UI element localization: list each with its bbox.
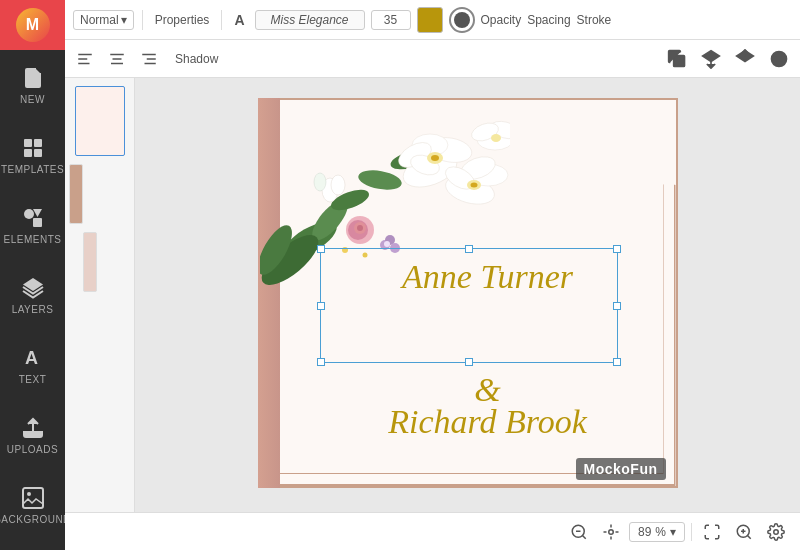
sidebar-item-uploads[interactable]: UPLOADS [0, 400, 65, 470]
align-right-button[interactable] [137, 47, 161, 71]
thumbnail-2[interactable] [69, 164, 83, 224]
font-icon-btn[interactable]: A [230, 10, 248, 30]
svg-point-55 [357, 225, 363, 231]
card-name1: Anne Turner [320, 255, 656, 297]
sidebar-item-background[interactable]: BACKGROUND [0, 470, 65, 540]
zoom-out-button[interactable] [565, 518, 593, 546]
left-panel [65, 78, 135, 512]
settings-button[interactable] [762, 518, 790, 546]
svg-point-47 [470, 183, 477, 188]
position-button[interactable] [597, 518, 625, 546]
svg-rect-0 [24, 139, 32, 147]
sidebar-item-new-label: NEW [20, 94, 45, 105]
svg-point-70 [609, 529, 614, 534]
stroke-circle-btn[interactable] [449, 7, 475, 33]
logo-icon: M [16, 8, 50, 42]
sidebar-item-templates[interactable]: TEMPLATES [0, 120, 65, 190]
background-icon [21, 486, 45, 510]
layer-up-icon [735, 49, 755, 69]
svg-marker-23 [703, 50, 720, 61]
bottom-bar: 89 % ▾ [65, 512, 800, 550]
sidebar-item-templates-label: TEMPLATES [1, 164, 64, 175]
svg-line-76 [747, 535, 750, 538]
settings-icon [767, 523, 785, 541]
align-left-button[interactable] [73, 47, 97, 71]
align-center-icon [108, 50, 126, 68]
sidebar-item-new[interactable]: NEW [0, 50, 65, 120]
svg-line-68 [582, 535, 585, 538]
color-swatch[interactable] [417, 7, 443, 33]
align-right-icon [140, 50, 158, 68]
wedding-card: Anne Turner & [258, 98, 678, 488]
svg-point-79 [774, 529, 779, 534]
toolbar-divider-2 [221, 10, 222, 30]
svg-point-11 [27, 492, 31, 496]
elements-icon [21, 206, 45, 230]
sidebar-item-uploads-label: UPLOADS [7, 444, 58, 455]
svg-rect-3 [34, 149, 42, 157]
svg-rect-10 [23, 488, 43, 508]
svg-point-61 [331, 175, 345, 195]
zoom-unit: % [655, 525, 666, 539]
logo-area[interactable]: M [0, 0, 65, 50]
layer-copy-icon [667, 49, 687, 69]
zoom-divider [691, 523, 692, 541]
shadow-button[interactable]: Shadow [169, 50, 224, 68]
canvas[interactable]: Anne Turner & [135, 78, 800, 512]
svg-point-58 [390, 243, 400, 253]
properties-button[interactable]: Properties [151, 11, 214, 29]
svg-marker-6 [33, 209, 42, 217]
toolbar-divider-1 [142, 10, 143, 30]
canvas-area: Anne Turner & [65, 78, 800, 512]
sidebar-item-download[interactable]: DOWNLOAD [0, 540, 65, 550]
layer-delete-button[interactable] [766, 46, 792, 72]
zoom-display[interactable]: 89 % ▾ [629, 522, 685, 542]
svg-point-63 [342, 247, 348, 253]
align-center-button[interactable] [105, 47, 129, 71]
spacing-label: Spacing [527, 13, 570, 27]
layer-down-icon [701, 49, 721, 69]
blend-mode-dropdown[interactable]: Normal ▾ [73, 10, 134, 30]
templates-icon [21, 136, 45, 160]
svg-point-59 [384, 241, 390, 247]
zoom-in-icon [735, 523, 753, 541]
sidebar-item-elements-label: ELEMENTS [4, 234, 62, 245]
svg-rect-5 [33, 218, 42, 227]
sidebar: M NEW TEMPLATES ELEMENTS LAYERS A TEXT U… [0, 0, 65, 550]
sidebar-item-elements[interactable]: ELEMENTS [0, 190, 65, 260]
thumbnail-3[interactable] [83, 232, 97, 292]
svg-point-51 [491, 134, 501, 142]
layer-down-button[interactable] [698, 46, 724, 72]
svg-point-62 [314, 173, 326, 191]
zoom-in-button[interactable] [730, 518, 758, 546]
zoom-out-icon [570, 523, 588, 541]
stroke-circle-inner [454, 12, 470, 28]
svg-point-33 [356, 167, 402, 192]
font-name-display[interactable]: Miss Elegance [255, 10, 365, 30]
delete-icon [769, 49, 789, 69]
toolbar: Normal ▾ Properties A Miss Elegance 35 O… [65, 0, 800, 40]
sidebar-item-layers-label: LAYERS [12, 304, 54, 315]
fit-screen-button[interactable] [698, 518, 726, 546]
toolbar2: Shadow [65, 40, 800, 78]
svg-text:A: A [25, 348, 38, 368]
layer-copy-button[interactable] [664, 46, 690, 72]
stroke-label: Stroke [577, 13, 612, 27]
sidebar-item-text-label: TEXT [19, 374, 47, 385]
upload-icon [21, 416, 45, 440]
svg-point-4 [24, 209, 34, 219]
card-wrapper: Anne Turner & [258, 98, 678, 488]
zoom-value: 89 [638, 525, 651, 539]
sidebar-item-text[interactable]: A TEXT [0, 330, 65, 400]
fit-screen-icon [703, 523, 721, 541]
svg-point-41 [431, 155, 439, 161]
layer-up-button[interactable] [732, 46, 758, 72]
layers-icon [21, 276, 45, 300]
svg-rect-1 [34, 139, 42, 147]
font-size-input[interactable]: 35 [371, 10, 411, 30]
sidebar-item-layers[interactable]: LAYERS [0, 260, 65, 330]
opacity-label: Opacity [481, 13, 522, 27]
thumbnail-1[interactable] [75, 86, 125, 156]
main-area: Normal ▾ Properties A Miss Elegance 35 O… [65, 0, 800, 550]
sidebar-item-background-label: BACKGROUND [0, 514, 65, 525]
